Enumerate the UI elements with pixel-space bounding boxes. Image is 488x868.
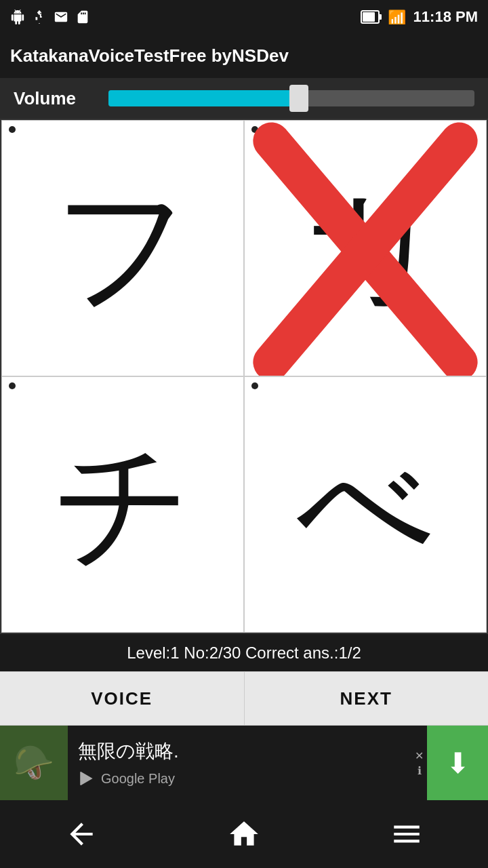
quiz-cell-fu[interactable]: フ [1,120,244,376]
ad-banner[interactable]: 🪖 無限の戦略. Google Play ✕ ℹ ⬇ [0,726,488,800]
status-bar: 📶 11:18 PM [0,0,488,34]
svg-text:📶: 📶 [388,9,407,24]
back-button[interactable] [64,817,98,851]
volume-label: Volume [14,88,95,109]
cell-dot [251,382,258,389]
ad-image: 🪖 [0,726,68,800]
status-line: Level:1 No:2/30 Correct ans.:1/2 [0,634,488,671]
ad-x-icon[interactable]: ✕ [415,749,424,762]
sdcard-icon [75,9,90,24]
quiz-grid: フ カ チ べ [0,119,488,634]
android-icon [10,9,25,24]
svg-rect-2 [363,12,375,22]
download-icon: ⬇ [446,747,470,780]
quiz-cell-ka[interactable]: カ [244,120,487,376]
title-bar: KatakanaVoiceTestFree byNSDev [0,34,488,78]
home-button[interactable] [227,817,261,851]
ad-google-play: Google Play [78,770,401,787]
google-play-icon [78,770,96,787]
voice-button[interactable]: VOICE [0,671,245,726]
status-text: Level:1 No:2/30 Correct ans.:1/2 [127,644,361,663]
home-icon [227,817,261,851]
ad-title: 無限の戦略. [78,738,401,764]
status-icons-left [10,9,90,24]
volume-fill [108,90,299,106]
volume-bar: Volume [0,78,488,119]
volume-thumb[interactable] [289,85,308,112]
ad-close-icons: ✕ ℹ [411,746,427,781]
time-display: 11:18 PM [413,8,478,26]
ad-content: 無限の戦略. Google Play [68,732,411,794]
status-right: 📶 11:18 PM [361,8,478,26]
cell-dot [251,126,258,133]
app-title: KatakanaVoiceTestFree byNSDev [10,45,289,66]
nav-bar [0,800,488,868]
battery-icon [361,9,382,24]
quiz-cell-chi[interactable]: チ [1,376,244,633]
ad-download-button[interactable]: ⬇ [427,726,488,800]
katakana-fu: フ [54,180,192,316]
action-buttons: VOICE NEXT [0,671,488,726]
google-play-label: Google Play [101,771,175,787]
quiz-cell-be[interactable]: べ [244,376,487,633]
ad-info-icon[interactable]: ℹ [418,764,422,777]
menu-icon [390,817,424,851]
mail-icon [54,9,68,24]
cell-dot [9,126,16,133]
usb-icon [32,9,47,24]
katakana-be: べ [296,437,435,572]
wifi-icon: 📶 [388,9,408,24]
menu-button[interactable] [390,817,424,851]
svg-rect-1 [379,14,382,20]
back-icon [64,817,98,851]
katakana-ka: カ [296,180,435,316]
next-button[interactable]: NEXT [245,671,489,726]
volume-slider[interactable] [108,90,474,106]
katakana-chi: チ [54,437,192,572]
cell-dot [9,382,16,389]
